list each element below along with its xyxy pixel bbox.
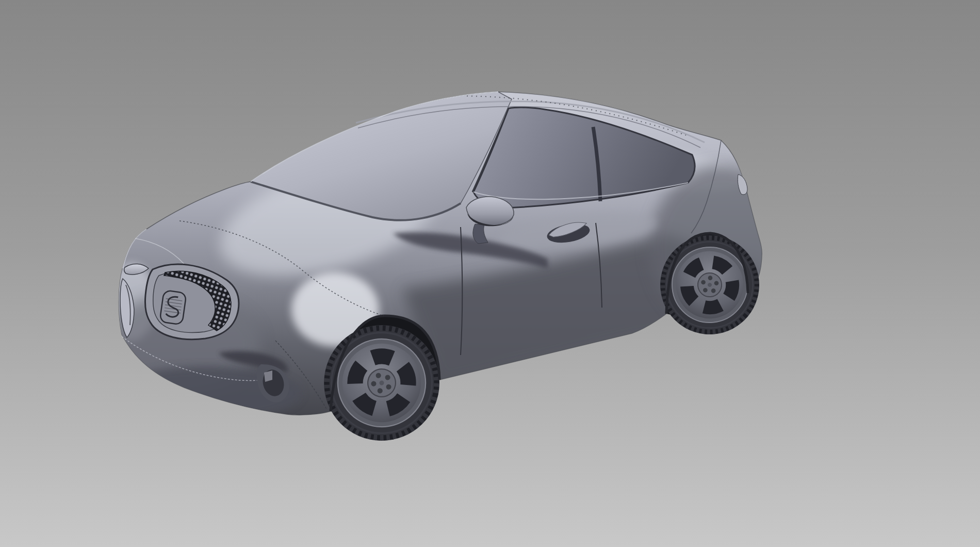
render-stage xyxy=(0,0,980,547)
render-viewport[interactable] xyxy=(0,0,980,547)
